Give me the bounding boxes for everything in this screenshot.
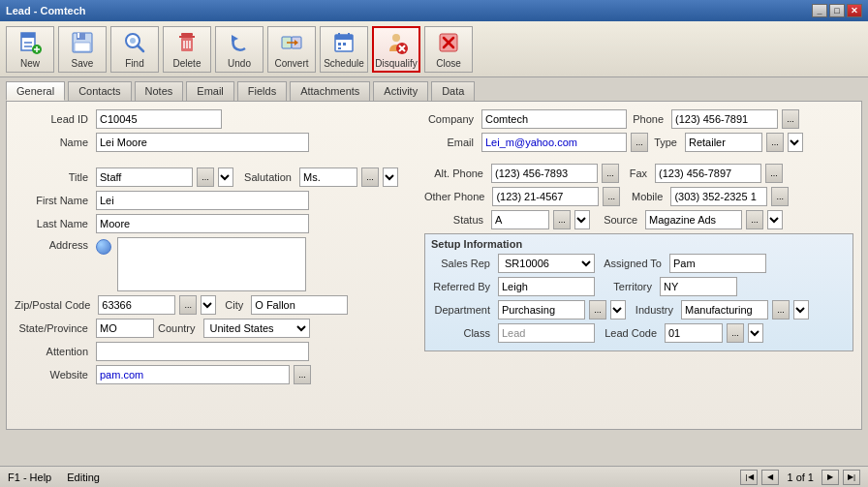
convert-button[interactable]: Convert: [267, 26, 316, 73]
city-input[interactable]: [251, 295, 348, 315]
mobile-input[interactable]: [670, 187, 767, 206]
department-input[interactable]: [498, 300, 585, 320]
attention-label: Attention: [15, 346, 92, 357]
tab-fields[interactable]: Fields: [237, 81, 287, 101]
zip-select[interactable]: ▼: [201, 295, 216, 315]
save-button[interactable]: Save: [58, 26, 107, 73]
mobile-dots-button[interactable]: ...: [771, 187, 789, 206]
svg-line-12: [138, 46, 143, 51]
disqualify-button[interactable]: Disqualify: [372, 26, 420, 73]
first-record-button[interactable]: |◀: [740, 470, 758, 485]
alt-phone-label: Alt. Phone: [424, 167, 487, 179]
other-phone-input[interactable]: [492, 187, 599, 206]
territory-input[interactable]: [660, 277, 737, 296]
source-dots-button[interactable]: ...: [746, 210, 763, 229]
attention-input[interactable]: [96, 342, 309, 361]
find-button[interactable]: Find: [110, 26, 159, 73]
department-dots-button[interactable]: ...: [589, 300, 606, 320]
source-select[interactable]: ▼: [767, 210, 783, 229]
alt-phone-input[interactable]: [491, 164, 598, 183]
website-label: Website: [15, 369, 92, 380]
type-select[interactable]: ▼: [788, 133, 803, 152]
zip-dots-button[interactable]: ...: [179, 295, 197, 315]
title-dots-button[interactable]: ...: [197, 167, 214, 187]
schedule-button[interactable]: Schedule: [320, 26, 368, 73]
delete-button[interactable]: Delete: [163, 26, 211, 73]
close-window-button[interactable]: ✕: [847, 4, 862, 17]
industry-select[interactable]: ▼: [793, 300, 809, 320]
svg-rect-30: [343, 43, 346, 46]
title-select[interactable]: ▼: [218, 167, 233, 187]
lead-id-input[interactable]: [96, 109, 222, 129]
email-dots-button[interactable]: ...: [631, 133, 648, 152]
department-select[interactable]: ▼: [610, 300, 626, 320]
referred-by-input[interactable]: [498, 277, 595, 296]
state-label: State/Province: [15, 322, 92, 334]
first-name-input[interactable]: [96, 191, 309, 210]
title-row: Title ... ▼ Salutation ... ▼: [15, 167, 417, 187]
status-select[interactable]: ▼: [574, 210, 590, 229]
website-input[interactable]: [96, 365, 290, 384]
last-record-button[interactable]: ▶|: [843, 470, 860, 485]
source-input[interactable]: [645, 210, 742, 229]
sales-rep-select[interactable]: SR10006: [498, 254, 595, 273]
lead-code-select[interactable]: ▼: [748, 323, 763, 343]
status-input[interactable]: [491, 210, 549, 229]
fax-input[interactable]: [655, 164, 761, 183]
zip-input[interactable]: [98, 295, 175, 315]
tab-data[interactable]: Data: [431, 81, 475, 101]
minimize-button[interactable]: _: [812, 4, 827, 17]
status-dots-button[interactable]: ...: [553, 210, 571, 229]
close-label: Close: [436, 58, 461, 69]
last-name-input[interactable]: [96, 214, 309, 233]
maximize-button[interactable]: □: [829, 4, 845, 17]
tab-email[interactable]: Email: [186, 81, 234, 101]
first-name-label: First Name: [15, 195, 92, 206]
class-input[interactable]: [498, 323, 595, 343]
convert-label: Convert: [274, 58, 308, 69]
undo-button[interactable]: Undo: [215, 26, 264, 73]
svg-point-13: [130, 38, 136, 44]
address-textarea[interactable]: [117, 237, 306, 291]
prev-record-button[interactable]: ◀: [761, 470, 779, 485]
title-input[interactable]: [96, 167, 193, 187]
industry-input[interactable]: [681, 300, 768, 320]
new-button[interactable]: New: [6, 26, 54, 73]
lead-code-input[interactable]: [665, 323, 723, 343]
industry-dots-button[interactable]: ...: [772, 300, 790, 320]
company-input[interactable]: [481, 109, 627, 129]
fax-label: Fax: [627, 167, 651, 179]
state-input[interactable]: [96, 319, 154, 338]
salutation-label: Salutation: [237, 171, 295, 183]
tab-attachments[interactable]: Attachments: [290, 81, 370, 101]
svg-point-32: [392, 34, 400, 42]
tab-notes[interactable]: Notes: [135, 81, 184, 101]
salutation-input[interactable]: [299, 167, 357, 187]
name-input[interactable]: [96, 133, 309, 152]
type-input[interactable]: [685, 133, 762, 152]
first-name-row: First Name: [15, 191, 417, 210]
website-dots-button[interactable]: ...: [294, 365, 311, 384]
alt-phone-dots-button[interactable]: ...: [602, 164, 619, 183]
type-dots-button[interactable]: ...: [766, 133, 784, 152]
close-button[interactable]: Close: [424, 26, 473, 73]
country-select[interactable]: United States: [203, 319, 310, 338]
next-record-button[interactable]: ▶: [822, 470, 839, 485]
tab-general[interactable]: General: [6, 81, 65, 101]
phone-label: Phone: [631, 113, 667, 125]
status-row: Status ... ▼ Source ... ▼: [424, 210, 853, 229]
phone-input[interactable]: [671, 109, 778, 129]
lead-code-dots-button[interactable]: ...: [727, 323, 744, 343]
phone-dots-button[interactable]: ...: [782, 109, 799, 129]
help-text: F1 - Help: [8, 472, 51, 483]
fax-dots-button[interactable]: ...: [765, 164, 783, 183]
assigned-to-input[interactable]: [669, 254, 766, 273]
salutation-select[interactable]: ▼: [383, 167, 398, 187]
tab-contacts[interactable]: Contacts: [68, 81, 131, 101]
salutation-dots-button[interactable]: ...: [361, 167, 379, 187]
tab-activity[interactable]: Activity: [373, 81, 428, 101]
email-input[interactable]: [481, 133, 627, 152]
other-phone-dots-button[interactable]: ...: [603, 187, 620, 206]
referred-by-label: Referred By: [431, 281, 494, 292]
globe-icon[interactable]: [96, 239, 111, 255]
